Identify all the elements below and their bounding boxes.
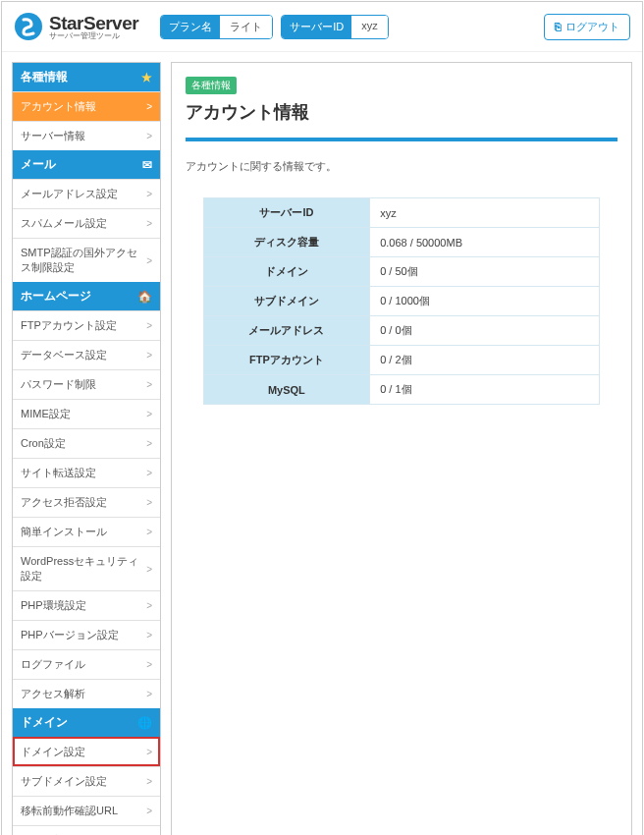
sidebar-item-label: MIME設定 bbox=[21, 407, 71, 421]
sidebar-item[interactable]: ドメイン設定> bbox=[13, 737, 160, 766]
sidebar-item[interactable]: パスワード制限> bbox=[13, 369, 160, 399]
sidebar-item[interactable]: FTPアカウント設定> bbox=[13, 310, 160, 340]
category-tag: 各種情報 bbox=[186, 77, 237, 94]
table-key: MySQL bbox=[203, 375, 370, 405]
sidebar-item-label: 移転前動作確認URL bbox=[21, 804, 118, 818]
sidebar-item[interactable]: アクセス拒否設定> bbox=[13, 487, 160, 517]
sidebar-item[interactable]: サーバー情報> bbox=[13, 121, 160, 150]
sidebar-item-label: サーバー情報 bbox=[21, 129, 85, 143]
logout-icon: ⎘ bbox=[555, 21, 562, 32]
sidebar-item[interactable]: サブドメイン設定> bbox=[13, 766, 160, 796]
home-icon: 🏠 bbox=[137, 290, 152, 304]
chevron-right-icon: > bbox=[146, 806, 152, 816]
sidebar-item[interactable]: 移転前動作確認URL> bbox=[13, 796, 160, 825]
table-row: MySQL0 / 1個 bbox=[203, 375, 600, 405]
chevron-right-icon: > bbox=[146, 438, 152, 449]
sidebar-item-label: WordPressセキュリティ設定 bbox=[21, 554, 146, 584]
logout-button[interactable]: ⎘ ログアウト bbox=[544, 14, 630, 40]
table-value: 0 / 0個 bbox=[370, 316, 600, 346]
sidebar-item[interactable]: アクセス解析> bbox=[13, 679, 160, 708]
sidebar-item-label: サブドメイン設定 bbox=[21, 774, 107, 789]
plan-badge: プラン名 ライト bbox=[160, 15, 273, 39]
chevron-right-icon: > bbox=[146, 189, 152, 199]
account-info-table: サーバーIDxyzディスク容量0.068 / 50000MBドメイン0 / 50… bbox=[203, 197, 601, 405]
sidebar-item[interactable]: サイト転送設定> bbox=[13, 458, 160, 487]
sidebar-item[interactable]: スパムメール設定> bbox=[13, 208, 160, 238]
sidebar-section-header: ホームページ🏠 bbox=[13, 282, 160, 310]
globe-icon: 🌐 bbox=[137, 716, 152, 730]
sidebar-item-label: SMTP認証の国外アクセス制限設定 bbox=[21, 246, 146, 275]
chevron-right-icon: > bbox=[146, 218, 152, 229]
logo-title: StarServer bbox=[49, 14, 138, 32]
sidebar-item-label: ログファイル bbox=[21, 657, 85, 672]
page-description: アカウントに関する情報です。 bbox=[186, 159, 617, 174]
sidebar-item-label: アクセス拒否設定 bbox=[21, 495, 107, 510]
sidebar-item[interactable]: MIME設定> bbox=[13, 399, 160, 428]
table-key: ディスク容量 bbox=[203, 228, 370, 257]
main-content: 各種情報 アカウント情報 アカウントに関する情報です。 サーバーIDxyzディス… bbox=[171, 62, 632, 835]
chevron-right-icon: > bbox=[146, 350, 152, 361]
chevron-right-icon: > bbox=[146, 659, 152, 670]
chevron-right-icon: > bbox=[146, 527, 152, 537]
sidebar-item[interactable]: アカウント情報> bbox=[13, 91, 160, 121]
top-bar: StarServer サーバー管理ツール プラン名 ライト サーバーID xyz… bbox=[2, 2, 642, 52]
table-key: メールアドレス bbox=[203, 316, 370, 346]
sidebar-item-label: パスワード制限 bbox=[21, 377, 96, 392]
table-row: メールアドレス0 / 0個 bbox=[203, 316, 600, 346]
sidebar-item-label: データベース設定 bbox=[21, 348, 107, 362]
chevron-right-icon: > bbox=[146, 468, 152, 478]
sidebar-item-label: アカウント情報 bbox=[21, 99, 96, 114]
sidebar-item-label: Cron設定 bbox=[21, 436, 66, 451]
table-key: サーバーID bbox=[203, 198, 370, 228]
sidebar-item-label: PHPバージョン設定 bbox=[21, 628, 119, 642]
sidebar-item-label: スパムメール設定 bbox=[21, 216, 107, 231]
chevron-right-icon: > bbox=[146, 747, 152, 757]
chevron-right-icon: > bbox=[146, 630, 152, 640]
chevron-right-icon: > bbox=[146, 320, 152, 331]
page-title: アカウント情報 bbox=[186, 100, 617, 132]
sidebar-item-label: FTPアカウント設定 bbox=[21, 318, 117, 333]
chevron-right-icon: > bbox=[146, 255, 152, 266]
mail-icon: ✉ bbox=[142, 158, 152, 172]
chevron-right-icon: > bbox=[146, 101, 152, 112]
sidebar-item-label: サイト転送設定 bbox=[21, 466, 96, 480]
sidebar-item[interactable]: ログファイル> bbox=[13, 649, 160, 679]
table-key: FTPアカウント bbox=[203, 346, 370, 375]
chevron-right-icon: > bbox=[146, 564, 152, 575]
sidebar-section-header: 各種情報★ bbox=[13, 63, 160, 91]
sidebar-item[interactable]: PHP環境設定> bbox=[13, 590, 160, 620]
logo-icon bbox=[14, 12, 43, 41]
chevron-right-icon: > bbox=[146, 131, 152, 141]
table-value: xyz bbox=[370, 198, 600, 228]
logout-label: ログアウト bbox=[565, 20, 619, 34]
chevron-right-icon: > bbox=[146, 776, 152, 787]
plan-value: ライト bbox=[220, 16, 272, 38]
sidebar-item[interactable]: WordPressセキュリティ設定> bbox=[13, 546, 160, 590]
table-row: サブドメイン0 / 1000個 bbox=[203, 287, 600, 316]
sidebar-item-label: メールアドレス設定 bbox=[21, 187, 118, 201]
sidebar-item[interactable]: メールアドレス設定> bbox=[13, 179, 160, 208]
table-row: サーバーIDxyz bbox=[203, 198, 600, 228]
title-divider bbox=[186, 138, 617, 141]
sidebar-item[interactable]: SMTP認証の国外アクセス制限設定> bbox=[13, 238, 160, 282]
sidebar-item[interactable]: PHPバージョン設定> bbox=[13, 620, 160, 649]
logo-subtitle: サーバー管理ツール bbox=[49, 32, 138, 40]
sidebar-section-title: ドメイン bbox=[21, 714, 68, 731]
sidebar-item-label: アクセス解析 bbox=[21, 687, 85, 701]
logo: StarServer サーバー管理ツール bbox=[14, 12, 138, 41]
plan-label: プラン名 bbox=[161, 16, 220, 38]
sidebar-section-header: メール✉ bbox=[13, 150, 160, 179]
table-row: ドメイン0 / 50個 bbox=[203, 257, 600, 287]
chevron-right-icon: > bbox=[146, 497, 152, 508]
sidebar-section-title: ホームページ bbox=[21, 288, 91, 305]
sidebar-item[interactable]: データベース設定> bbox=[13, 340, 160, 369]
table-row: ディスク容量0.068 / 50000MB bbox=[203, 228, 600, 257]
sidebar-item[interactable]: 簡単インストール> bbox=[13, 517, 160, 546]
sidebar-item[interactable]: SSL設定> bbox=[13, 825, 160, 835]
sidebar-section-title: メール bbox=[21, 156, 56, 173]
serverid-label: サーバーID bbox=[282, 16, 351, 38]
sidebar-item[interactable]: Cron設定> bbox=[13, 428, 160, 458]
star-icon: ★ bbox=[141, 71, 152, 84]
table-key: サブドメイン bbox=[203, 287, 370, 316]
chevron-right-icon: > bbox=[146, 409, 152, 419]
